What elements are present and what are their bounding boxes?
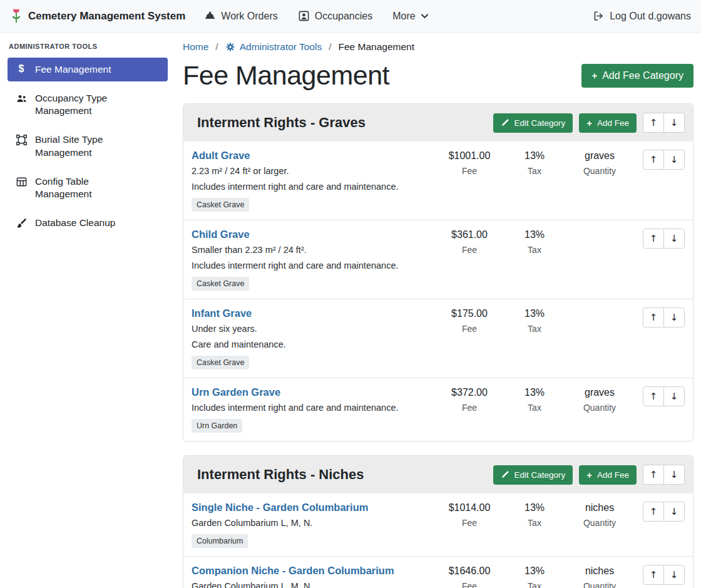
fee-category-card: Interment Rights - Niches Edit Category … (183, 455, 693, 588)
top-navbar: Cemetery Management System Work Orders (0, 0, 701, 33)
sidebar-heading: ADMINISTRATOR TOOLS (9, 43, 166, 50)
fee-label: Fee (437, 324, 502, 334)
fee-row: Adult Grave 2.23 m² / 24 ft² or larger.I… (183, 142, 693, 220)
fee-tax: 13% (502, 502, 567, 513)
fee-tax: 13% (502, 150, 567, 162)
fee-quantity-unit: graves (567, 150, 632, 162)
category-reorder-controls: ↑ ↓ (643, 465, 685, 485)
fee-name-link[interactable]: Urn Garden Grave (192, 386, 280, 398)
fee-amount-column: $372.00 Fee (437, 386, 502, 413)
fee-label: Fee (437, 166, 502, 176)
move-fee-down-button[interactable]: ↓ (663, 229, 685, 249)
fee-quantity-column: graves Quantity (567, 386, 632, 413)
breadcrumb-admin-tools-link[interactable]: Administrator Tools (225, 41, 322, 53)
fee-tax-column: 13% Tax (502, 502, 567, 528)
fee-description-line: Garden Columbarium L, M, N. (192, 518, 437, 528)
breadcrumb-home-link[interactable]: Home (183, 41, 208, 53)
fee-description-line: Includes interment right and care and ma… (192, 260, 437, 271)
move-fee-down-button[interactable]: ↓ (663, 386, 685, 406)
fee-name-link[interactable]: Companion Niche - Garden Columbarium (192, 565, 394, 577)
fee-type-tag: Casket Grave (192, 277, 249, 291)
nav-more[interactable]: More (392, 11, 428, 22)
add-fee-button[interactable]: + Add Fee (579, 465, 637, 485)
category-title: Interment Rights - Niches (192, 467, 493, 483)
move-fee-up-button[interactable]: ↑ (643, 565, 664, 585)
occupant-frame-icon (298, 10, 310, 22)
fee-row: Infant Grave Under six years.Care and ma… (183, 299, 693, 378)
fee-reorder-controls: ↑ ↓ (643, 502, 685, 522)
move-category-up-button[interactable]: ↑ (643, 113, 664, 133)
logout-label: Log Out d.gowans (610, 11, 691, 22)
fee-name-link[interactable]: Adult Grave (192, 150, 250, 162)
fee-row: Single Niche - Garden Columbarium Garden… (183, 493, 693, 556)
move-fee-up-button[interactable]: ↑ (643, 307, 664, 328)
pencil-icon (501, 471, 509, 479)
category-title: Interment Rights - Graves (192, 115, 493, 131)
fee-tax-column: 13% Tax (502, 386, 567, 413)
fee-description-line: Garden Columbarium L, M, N. (192, 581, 437, 588)
fee-label: Fee (437, 403, 502, 413)
main-content: Home / Administrator Tools / Fee Managem… (175, 33, 701, 588)
sidebar-item-label: Database Cleanup (35, 217, 115, 229)
move-category-down-button[interactable]: ↓ (663, 113, 685, 133)
fee-reorder-controls: ↑ ↓ (643, 307, 685, 328)
move-fee-down-button[interactable]: ↓ (663, 150, 685, 170)
fee-tax-column: 13% Tax (502, 307, 567, 334)
fee-descriptions: Smaller than 2.23 m² / 24 ft².Includes i… (192, 245, 437, 271)
people-icon (15, 93, 28, 105)
edit-category-button[interactable]: Edit Category (493, 465, 573, 485)
fee-descriptions: Garden Columbarium L, M, N. (192, 518, 437, 528)
fee-reorder-controls: ↑ ↓ (643, 229, 685, 249)
fee-name-link[interactable]: Single Niche - Garden Columbarium (192, 502, 368, 513)
move-fee-up-button[interactable]: ↑ (643, 502, 664, 522)
sidebar-item-config-table-management[interactable]: Config Table Management (8, 170, 168, 206)
tax-label: Tax (502, 166, 567, 176)
category-header: Interment Rights - Graves Edit Category … (183, 104, 693, 142)
table-icon (15, 176, 28, 188)
fee-description-line: Under six years. (192, 324, 437, 334)
fee-name-link[interactable]: Child Grave (192, 229, 250, 240)
sidebar-item-label: Burial Site Type Management (35, 133, 148, 158)
breadcrumb-separator: / (329, 41, 331, 53)
fee-tax: 13% (502, 308, 567, 319)
sidebar-item-database-cleanup[interactable]: Database Cleanup (8, 211, 168, 235)
sidebar-item-label: Fee Management (35, 63, 111, 76)
move-category-up-button[interactable]: ↑ (643, 465, 664, 485)
add-fee-button[interactable]: + Add Fee (579, 113, 637, 133)
fee-type-tag: Columbarium (192, 534, 248, 548)
nav-work-orders-label: Work Orders (221, 11, 277, 22)
move-category-down-button[interactable]: ↓ (663, 465, 685, 485)
logout-icon (593, 10, 605, 22)
fee-quantity-column: niches Quantity (567, 565, 632, 588)
tax-label: Tax (502, 403, 567, 413)
sidebar-item-fee-management[interactable]: $ Fee Management (8, 58, 168, 81)
fee-amount-column: $175.00 Fee (437, 307, 502, 334)
fee-amount-column: $1646.00 Fee (437, 565, 502, 588)
fee-row: Urn Garden Grave Includes interment righ… (183, 378, 693, 441)
fee-list: Single Niche - Garden Columbarium Garden… (183, 493, 693, 588)
move-fee-down-button[interactable]: ↓ (663, 307, 685, 328)
nav-more-label: More (392, 11, 415, 22)
move-fee-up-button[interactable]: ↑ (643, 386, 664, 406)
breadcrumb-current: Fee Management (339, 41, 415, 53)
fee-quantity-unit: niches (567, 502, 632, 513)
sidebar-item-occupancy-type-management[interactable]: Occupancy Type Management (8, 86, 168, 123)
nav-work-orders[interactable]: Work Orders (204, 10, 277, 22)
edit-category-button[interactable]: Edit Category (493, 113, 573, 133)
fee-amount: $372.00 (437, 387, 502, 398)
sidebar-item-burial-site-type-management[interactable]: Burial Site Type Management (8, 128, 168, 164)
move-fee-up-button[interactable]: ↑ (643, 229, 664, 249)
app-brand[interactable]: Cemetery Management System (10, 8, 185, 24)
add-fee-category-button[interactable]: + Add Fee Category (581, 64, 693, 88)
logout-link[interactable]: Log Out d.gowans (593, 10, 691, 22)
fee-amount: $175.00 (437, 308, 502, 319)
tax-label: Tax (502, 581, 567, 588)
fee-name-link[interactable]: Infant Grave (192, 307, 252, 319)
category-header: Interment Rights - Niches Edit Category … (183, 456, 693, 493)
move-fee-up-button[interactable]: ↑ (643, 150, 664, 170)
nav-occupancies[interactable]: Occupancies (298, 10, 373, 22)
move-fee-down-button[interactable]: ↓ (663, 565, 685, 585)
fee-reorder-controls: ↑ ↓ (643, 386, 685, 406)
move-fee-down-button[interactable]: ↓ (663, 502, 685, 522)
main-nav: Work Orders Occupancies More (204, 10, 428, 22)
